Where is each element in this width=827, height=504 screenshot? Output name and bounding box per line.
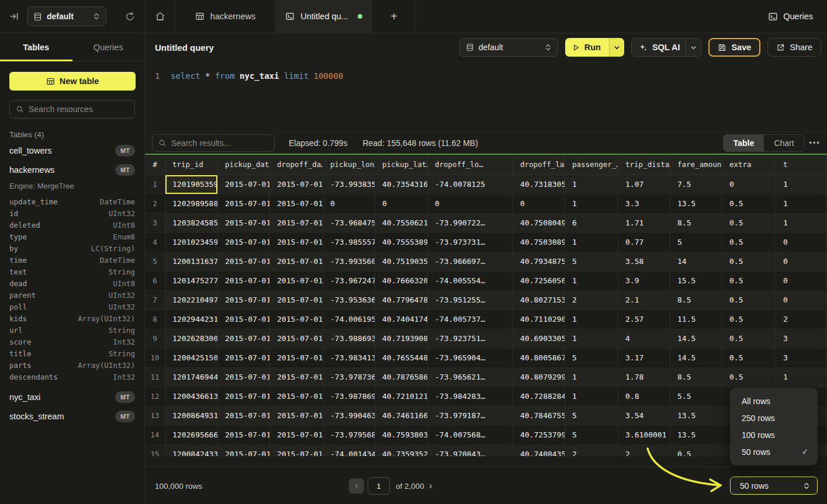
database-selector[interactable]: default — [27, 6, 106, 26]
table-cell[interactable]: 0.5 — [722, 368, 776, 387]
table-cell[interactable]: 2015-07-01… — [270, 426, 323, 444]
column-header[interactable]: pickup_lat… — [375, 155, 428, 175]
table-cell[interactable]: 1200864931 — [165, 406, 218, 425]
table-cell[interactable]: -74.0078125 — [428, 175, 513, 194]
table-cell[interactable]: 0.5 — [722, 233, 776, 252]
table-cell[interactable]: -73.985557… — [323, 233, 375, 252]
table-cell[interactable]: 0.5 — [722, 310, 776, 329]
sql-ai-options-button[interactable] — [686, 39, 701, 56]
table-cell[interactable]: 0.5 — [670, 445, 722, 456]
table-cell[interactable]: 1 — [776, 368, 827, 387]
table-cell[interactable]: 40.7796478… — [375, 291, 428, 310]
table-cell[interactable]: -73.923751… — [428, 329, 513, 348]
table-cell[interactable]: 1 — [776, 214, 827, 232]
table-cell[interactable]: 0 — [776, 252, 827, 271]
new-tab-button[interactable]: + — [372, 0, 416, 33]
search-results-input[interactable] — [171, 138, 268, 148]
table-cell[interactable]: 1 — [565, 329, 618, 348]
table-cell[interactable]: 2015-07-01… — [270, 233, 323, 252]
table-cell[interactable]: 0 — [776, 233, 827, 252]
new-table-button[interactable]: New table — [9, 72, 136, 91]
table-cell[interactable]: -73.988693… — [323, 329, 375, 348]
table-cell[interactable]: 8.5 — [670, 291, 722, 310]
table-cell[interactable]: -73.990463… — [323, 406, 375, 425]
table-cell[interactable]: 2015-07-01… — [270, 349, 323, 367]
table-cell[interactable]: 3.58 — [618, 252, 670, 271]
table-cell[interactable]: 2015-07-01… — [218, 252, 270, 271]
table-cell[interactable]: 2 — [618, 445, 670, 456]
page-number-input[interactable] — [368, 477, 390, 495]
table-cell[interactable]: 1 — [776, 194, 827, 213]
table-cell[interactable]: 1.71 — [618, 214, 670, 232]
table-cell[interactable]: -74.001434… — [323, 445, 375, 456]
table-cell[interactable]: 40.7508049… — [513, 214, 565, 232]
table-cell[interactable]: 5 — [565, 426, 618, 444]
table-cell[interactable]: -73.990722… — [428, 214, 513, 232]
sidebar-table-cell-towers[interactable]: cell_towers MT — [0, 141, 144, 160]
table-cell[interactable]: 40.7519035… — [375, 252, 428, 271]
table-cell[interactable]: 3.3 — [618, 194, 670, 213]
table-cell[interactable]: 40.7503089… — [513, 233, 565, 252]
table-cell[interactable]: 1 — [565, 272, 618, 290]
table-cell[interactable]: 2015-07-01… — [218, 272, 270, 290]
table-cell[interactable]: -73.965904… — [428, 349, 513, 367]
table-cell[interactable]: 0.5 — [722, 214, 776, 232]
table-cell[interactable]: 3.6100001 — [618, 426, 670, 444]
table-cell[interactable]: 7.5 — [670, 175, 722, 194]
table-cell[interactable]: -73.951255… — [428, 291, 513, 310]
table-cell[interactable]: 2 — [565, 445, 618, 456]
table-cell[interactable]: 15.5 — [670, 272, 722, 290]
table-cell[interactable]: 13.5 — [670, 426, 722, 444]
table-cell[interactable]: 1 — [565, 368, 618, 387]
table-cell[interactable]: -73.979568… — [323, 426, 375, 444]
table-cell[interactable]: -74.006195… — [323, 310, 375, 329]
table-cell[interactable]: 0 — [722, 175, 776, 194]
table-cell[interactable]: 2015-07-01… — [270, 252, 323, 271]
table-cell[interactable]: 8.5 — [670, 368, 722, 387]
table-cell[interactable]: 5 — [565, 349, 618, 367]
table-cell[interactable]: -73.965621… — [428, 368, 513, 387]
table-cell[interactable]: 1 — [565, 194, 618, 213]
table-cell[interactable]: 1202628300 — [165, 329, 218, 348]
column-header[interactable]: dropoff_lo… — [428, 155, 513, 175]
table-cell[interactable]: 0.5 — [722, 329, 776, 348]
sql-editor[interactable]: 1 select * from nyc_taxi limit 100000 — [145, 61, 827, 131]
table-cell[interactable]: 14 — [670, 252, 722, 271]
table-cell[interactable]: 40.7253799… — [513, 426, 565, 444]
table-cell[interactable]: 1203824585 — [165, 214, 218, 232]
sidebar-table-stocks-stream[interactable]: stocks_stream MT — [0, 406, 144, 426]
query-database-selector[interactable]: default — [459, 38, 558, 57]
table-cell[interactable]: 1 — [565, 310, 618, 329]
table-cell[interactable]: 2015-07-01… — [270, 272, 323, 290]
table-cell[interactable]: 40.8027153… — [513, 291, 565, 310]
tab-hackernews[interactable]: hackernews — [175, 0, 276, 33]
table-cell[interactable]: -73.979187… — [428, 406, 513, 425]
table-cell[interactable]: 5 — [565, 252, 618, 271]
table-cell[interactable]: 0.5 — [722, 252, 776, 271]
table-cell[interactable]: 1202210497 — [165, 291, 218, 310]
table-cell[interactable]: 2015-07-01… — [218, 329, 270, 348]
table-cell[interactable]: 2015-07-01… — [270, 194, 323, 213]
table-cell[interactable]: 1200436613 — [165, 387, 218, 406]
table-cell[interactable]: 2015-07-01… — [218, 194, 270, 213]
table-cell[interactable]: 2015-07-01… — [218, 310, 270, 329]
run-button[interactable]: Run — [565, 38, 609, 57]
page-size-option[interactable]: 250 rows — [730, 409, 818, 426]
table-cell[interactable]: -73.987869… — [323, 387, 375, 406]
table-cell[interactable]: 40.7934875… — [513, 252, 565, 271]
table-cell[interactable]: 40.7655448… — [375, 349, 428, 367]
table-cell[interactable]: -74.005554… — [428, 272, 513, 290]
table-cell[interactable]: 5 — [565, 406, 618, 425]
table-cell[interactable]: 40.7666320… — [375, 272, 428, 290]
table-cell[interactable]: 0.5 — [722, 291, 776, 310]
table-cell[interactable]: 0.5 — [722, 349, 776, 367]
table-cell[interactable]: -73.953636… — [323, 291, 375, 310]
search-resources-input[interactable] — [29, 105, 134, 114]
page-size-option[interactable]: All rows — [730, 392, 818, 409]
table-cell[interactable]: 2015-07-01… — [270, 291, 323, 310]
table-cell[interactable]: -73.966697… — [428, 252, 513, 271]
table-cell[interactable]: 1.07 — [618, 175, 670, 194]
table-cell[interactable]: 13.5 — [670, 406, 722, 425]
table-cell[interactable]: -73.993560… — [323, 252, 375, 271]
table-cell[interactable]: 2015-07-01… — [218, 426, 270, 444]
